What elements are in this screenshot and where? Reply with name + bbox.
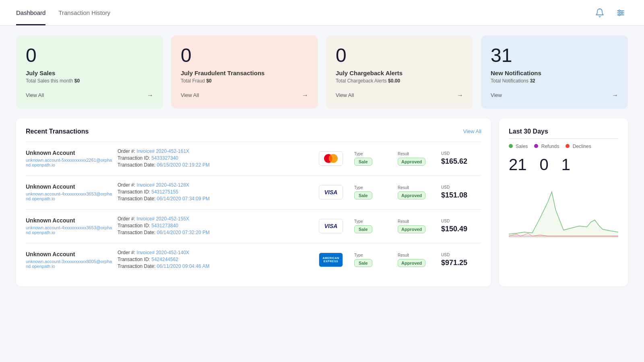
txn-amount: USD $151.08 — [441, 185, 481, 200]
chart-visualization — [509, 182, 618, 238]
july-fraud-arrow[interactable]: → — [302, 92, 308, 99]
chart-header: Last 30 Days Sales Refunds Declines — [509, 128, 618, 149]
account-email: unknown.account-4xxxxxxxxxx3653@orphand.… — [26, 225, 114, 235]
account-email: unknown.account-4xxxxxxxxxx3653@orphand.… — [26, 191, 114, 201]
nav-icon-group — [592, 6, 628, 20]
bottom-grid: Recent Transactions View All Unknown Acc… — [16, 118, 628, 286]
txn-type: Type Sale — [354, 219, 394, 233]
account-name: Unknown Account — [26, 251, 114, 257]
txn-result: Result Approved — [398, 219, 438, 233]
txn-result: Result Approved — [398, 185, 438, 200]
july-chargeback-footer: View All → — [336, 92, 463, 99]
txn-type: Type Sale — [354, 253, 394, 267]
nav-tabs: Dashboard Transaction History — [16, 0, 110, 25]
stat-card-july-sales: 0 July Sales Total Sales this month $0 V… — [16, 35, 163, 109]
chart-legend: Sales Refunds Declines — [509, 144, 618, 149]
legend-refunds: Refunds — [534, 144, 559, 149]
type-badge: Sale — [354, 158, 372, 166]
txn-id-row: Transaction ID: 5424244562 — [118, 257, 316, 262]
transactions-card-header: Recent Transactions View All — [26, 128, 481, 135]
filter-settings-icon[interactable] — [613, 6, 628, 20]
july-fraud-number: 0 — [181, 45, 308, 66]
chart-sales-number: 21 — [509, 156, 527, 174]
txn-order: Order #: Invoice# 2020-452-128X — [118, 182, 316, 188]
recent-transactions-card: Recent Transactions View All Unknown Acc… — [16, 118, 491, 286]
txn-result: Result Approved — [398, 253, 438, 267]
txn-id-link[interactable]: 5433327340 — [151, 155, 178, 161]
stat-card-notifications: 31 New Notifications Total Notifications… — [481, 35, 628, 109]
table-row: Unknown Account unknown.account-4xxxxxxx… — [26, 175, 481, 209]
notifications-title: New Notifications — [491, 70, 618, 76]
txn-order-link[interactable]: Invoice# 2020-452-161X — [136, 148, 189, 154]
txn-date-link[interactable]: 06/14/2020 07:32:20 PM — [157, 230, 210, 235]
txn-amount: USD $971.25 — [441, 253, 481, 267]
account-name: Unknown Account — [26, 183, 114, 190]
svg-marker-9 — [509, 192, 618, 238]
notifications-arrow[interactable]: → — [612, 92, 618, 99]
table-row: Unknown Account unknown.account-5xxxxxxx… — [26, 142, 481, 175]
txn-date-link[interactable]: 06/14/2020 07:34:09 PM — [157, 196, 210, 202]
txn-result: Result Approved — [398, 152, 438, 166]
card-logo-visa: VISA — [319, 185, 343, 200]
chart-summary-numbers: 21 0 1 — [509, 156, 618, 174]
notifications-footer: View → — [491, 92, 618, 99]
txn-type: Type Sale — [354, 185, 394, 200]
amount-value: $971.25 — [441, 259, 481, 267]
type-badge: Sale — [354, 225, 372, 233]
legend-dot-purple — [534, 144, 538, 148]
chart-declines-number: 1 — [561, 156, 570, 174]
txn-id-link[interactable]: 5424244562 — [151, 257, 178, 262]
result-badge: Approved — [398, 225, 425, 233]
txn-date-link[interactable]: 06/15/2020 02:19:22 PM — [157, 162, 210, 168]
amount-value: $151.08 — [441, 191, 481, 200]
top-navigation: Dashboard Transaction History — [0, 0, 644, 26]
main-content: 0 July Sales Total Sales this month $0 V… — [0, 26, 644, 296]
transactions-view-all-link[interactable]: View All — [463, 128, 481, 134]
txn-account-info: Unknown Account unknown.account-5xxxxxxx… — [26, 150, 114, 167]
txn-details: Order #: Invoice# 2020-452-161X Transact… — [118, 148, 316, 169]
txn-order-link[interactable]: Invoice# 2020-452-140X — [136, 250, 189, 255]
july-fraud-sub: Total Fraud $0 — [181, 78, 308, 84]
stat-card-july-chargeback: 0 July Chargeback Alerts Total Chargebac… — [326, 35, 473, 109]
txn-details: Order #: Invoice# 2020-452-140X Transact… — [118, 250, 316, 270]
table-row: Unknown Account unknown.account-4xxxxxxx… — [26, 209, 481, 243]
result-badge: Approved — [398, 259, 425, 267]
stats-grid: 0 July Sales Total Sales this month $0 V… — [16, 35, 628, 109]
card-logo-mastercard — [319, 151, 343, 166]
txn-id-row: Transaction ID: 5433327340 — [118, 155, 316, 161]
result-badge: Approved — [398, 158, 425, 166]
card-logo-visa: VISA — [319, 219, 343, 233]
txn-type: Type Sale — [354, 152, 394, 166]
txn-order-link[interactable]: Invoice# 2020-452-155X — [136, 216, 189, 222]
account-email: unknown.account-3xxxxxxxxxx8005@orphand.… — [26, 259, 114, 269]
tab-transaction-history[interactable]: Transaction History — [58, 0, 110, 25]
txn-details: Order #: Invoice# 2020-452-155X Transact… — [118, 216, 316, 237]
table-row: Unknown Account unknown.account-3xxxxxxx… — [26, 243, 481, 277]
chart-title: Last 30 Days — [509, 128, 618, 135]
txn-order-link[interactable]: Invoice# 2020-452-128X — [136, 182, 189, 188]
notifications-sub: Total Notifications 32 — [491, 78, 618, 84]
tab-dashboard[interactable]: Dashboard — [16, 0, 45, 25]
chart-divider — [509, 138, 618, 139]
txn-order: Order #: Invoice# 2020-452-140X — [118, 250, 316, 255]
txn-account-info: Unknown Account unknown.account-3xxxxxxx… — [26, 251, 114, 269]
legend-dot-green — [509, 144, 513, 148]
account-name: Unknown Account — [26, 217, 114, 224]
txn-id-row: Transaction ID: 5431275155 — [118, 189, 316, 195]
july-fraud-title: July Fraudulent Transactions — [181, 70, 308, 76]
legend-sales: Sales — [509, 144, 528, 149]
stat-card-july-fraud: 0 July Fraudulent Transactions Total Fra… — [171, 35, 318, 109]
txn-amount: USD $150.49 — [441, 219, 481, 233]
july-sales-arrow[interactable]: → — [147, 92, 153, 99]
svg-point-4 — [619, 10, 620, 12]
type-badge: Sale — [354, 259, 372, 267]
amount-value: $165.62 — [441, 157, 481, 166]
txn-date-link[interactable]: 06/11/2020 09:04:46 AM — [157, 263, 210, 269]
txn-id-link[interactable]: 5431275155 — [151, 189, 178, 195]
txn-id-link[interactable]: 5431273840 — [151, 223, 178, 228]
txn-account-info: Unknown Account unknown.account-4xxxxxxx… — [26, 183, 114, 201]
july-chargeback-number: 0 — [336, 45, 463, 66]
chart-refunds-number: 0 — [540, 156, 549, 174]
july-chargeback-arrow[interactable]: → — [457, 92, 463, 99]
notifications-bell-icon[interactable] — [592, 6, 607, 20]
